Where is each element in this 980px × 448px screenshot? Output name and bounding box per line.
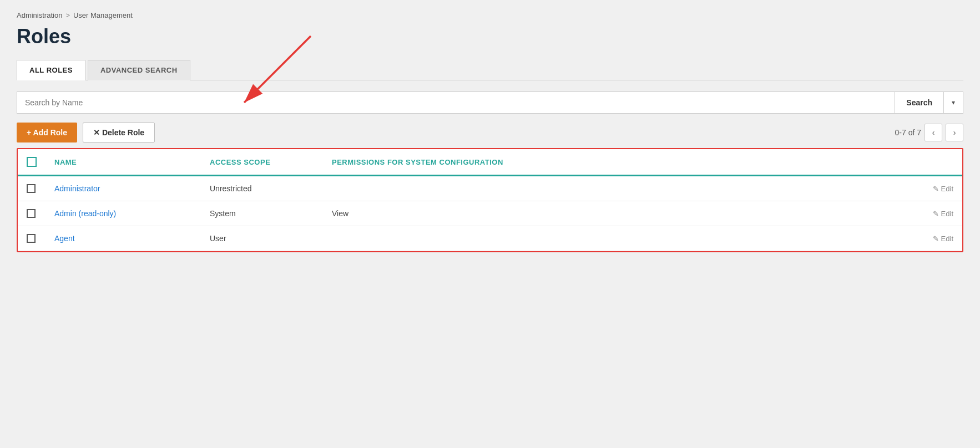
search-input[interactable] — [17, 91, 895, 114]
tab-all-roles[interactable]: ALL ROLES — [17, 60, 85, 80]
chevron-left-icon: ‹ — [932, 128, 935, 137]
row-edit-button-1[interactable]: ✎ Edit — [887, 210, 953, 218]
pagination-range: 0-7 of 7 — [895, 128, 921, 137]
row-access-scope-0: Unrestricted — [210, 184, 332, 193]
edit-icon-0: ✎ — [933, 185, 939, 193]
row-name-1: Admin (read-only) — [54, 209, 210, 218]
row-permissions-1: View — [332, 209, 887, 218]
chevron-right-icon: › — [953, 128, 956, 137]
pagination-next-button[interactable]: › — [946, 124, 963, 141]
tab-advanced-search[interactable]: ADVANCED SEARCH — [88, 60, 190, 80]
actions-row: + Add Role ✕ Delete Role 0-7 of 7 ‹ › — [17, 123, 963, 142]
edit-icon-1: ✎ — [933, 210, 939, 218]
table-row: Administrator Unrestricted ✎ Edit — [18, 176, 962, 201]
row-name-link-2[interactable]: Agent — [54, 234, 75, 243]
row-access-scope-2: User — [210, 234, 332, 243]
breadcrumb-separator: > — [65, 11, 70, 19]
row-checkbox-0[interactable] — [27, 184, 36, 193]
row-checkbox-cell-2 — [27, 234, 54, 243]
pagination-prev-button[interactable]: ‹ — [925, 124, 942, 141]
table-header: NAME ACCESS SCOPE PERMISSIONS FOR SYSTEM… — [18, 149, 962, 176]
pagination-area: 0-7 of 7 ‹ › — [895, 124, 963, 141]
row-name-0: Administrator — [54, 184, 210, 193]
table-row: Agent User ✎ Edit — [18, 226, 962, 251]
header-checkbox-cell — [27, 157, 54, 167]
row-checkbox-1[interactable] — [27, 209, 36, 218]
col-header-access-scope: ACCESS SCOPE — [210, 158, 332, 166]
row-edit-button-2[interactable]: ✎ Edit — [887, 235, 953, 243]
row-name-2: Agent — [54, 234, 210, 243]
col-header-name: NAME — [54, 158, 210, 166]
tabs-container: ALL ROLES ADVANCED SEARCH — [17, 59, 963, 80]
edit-icon-2: ✎ — [933, 235, 939, 243]
breadcrumb-root[interactable]: Administration — [17, 11, 62, 19]
row-access-scope-1: System — [210, 209, 332, 218]
breadcrumb-child[interactable]: User Management — [73, 11, 133, 19]
search-dropdown-button[interactable]: ▾ — [943, 91, 963, 114]
row-edit-button-0[interactable]: ✎ Edit — [887, 185, 953, 193]
row-checkbox-2[interactable] — [27, 234, 36, 243]
search-row: Search ▾ — [17, 91, 963, 114]
col-header-permissions: PERMISSIONS FOR SYSTEM CONFIGURATION — [332, 158, 887, 166]
breadcrumb: Administration > User Management — [17, 11, 963, 19]
actions-left: + Add Role ✕ Delete Role — [17, 123, 155, 142]
chevron-down-icon: ▾ — [952, 99, 955, 106]
row-checkbox-cell-0 — [27, 184, 54, 193]
header-checkbox[interactable] — [27, 157, 37, 167]
row-name-link-0[interactable]: Administrator — [54, 184, 100, 193]
page-title: Roles — [17, 25, 963, 48]
row-name-link-1[interactable]: Admin (read-only) — [54, 209, 116, 218]
search-button[interactable]: Search — [895, 91, 943, 114]
row-checkbox-cell-1 — [27, 209, 54, 218]
delete-role-button[interactable]: ✕ Delete Role — [83, 123, 155, 142]
roles-table: NAME ACCESS SCOPE PERMISSIONS FOR SYSTEM… — [17, 148, 963, 252]
add-role-button[interactable]: + Add Role — [17, 123, 77, 142]
table-row: Admin (read-only) System View ✎ Edit — [18, 201, 962, 226]
